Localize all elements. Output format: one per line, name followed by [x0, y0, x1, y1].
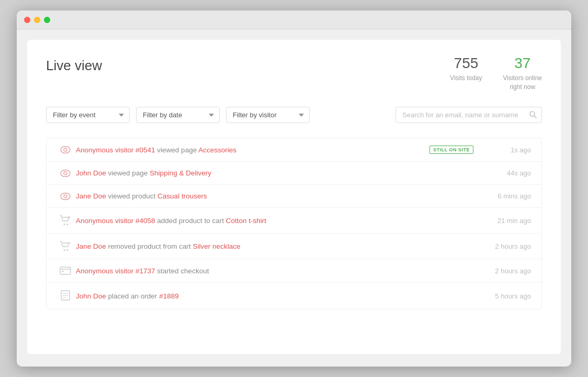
activity-text: Anonymous visitor #4058 added product to…	[76, 217, 484, 225]
table-row: Anonymous visitor #1737 started checkout…	[47, 259, 541, 283]
filter-event-select[interactable]: Filter by event	[46, 107, 130, 123]
table-row: John Doe placed an order #1889 5 hours a…	[47, 283, 541, 309]
activity-time: 5 hours ago	[484, 292, 531, 300]
table-row: Anonymous visitor #0541 viewed page Acce…	[47, 138, 541, 162]
cart-add-icon	[57, 215, 74, 226]
still-on-site-badge: STILL ON SITE	[429, 146, 473, 154]
eye-icon	[57, 193, 74, 200]
visitors-online-stat: 37 Visitors onlineright now	[503, 56, 542, 91]
stats-section: 755 Visits today 37 Visitors onlineright…	[450, 56, 542, 91]
search-icon	[529, 111, 537, 118]
svg-point-8	[64, 224, 65, 225]
visits-today-label: Visits today	[450, 74, 482, 83]
credit-card-icon	[57, 267, 74, 275]
svg-point-5	[64, 172, 67, 175]
page-header: Live view 755 Visits today 37 Visitors o…	[46, 56, 542, 91]
eye-icon	[57, 170, 74, 177]
activity-time: 6 mins ago	[484, 192, 531, 200]
svg-point-2	[61, 147, 70, 153]
svg-rect-17	[62, 271, 64, 272]
svg-point-9	[67, 224, 69, 225]
activity-time: 2 hours ago	[484, 242, 531, 250]
activity-time: 44s ago	[484, 169, 531, 177]
titlebar	[17, 10, 571, 29]
svg-point-7	[64, 195, 67, 198]
filter-visitor-select[interactable]: Filter by visitor	[226, 107, 310, 123]
visits-today-number: 755	[450, 56, 482, 72]
visits-today-stat: 755 Visits today	[450, 56, 482, 83]
table-row: John Doe viewed page Shipping & Delivery…	[47, 162, 541, 185]
visitors-online-label: Visitors onlineright now	[503, 74, 542, 92]
maximize-button[interactable]	[44, 17, 50, 23]
svg-point-6	[61, 193, 70, 199]
table-row: Anonymous visitor #4058 added product to…	[47, 208, 541, 234]
activity-text: John Doe placed an order #1889	[76, 292, 484, 300]
activity-list: Anonymous visitor #0541 viewed page Acce…	[46, 138, 542, 309]
table-row: Jane Doe viewed product Casual trousers …	[47, 185, 541, 208]
main-content: Live view 755 Visits today 37 Visitors o…	[27, 40, 561, 354]
traffic-lights	[24, 17, 50, 23]
search-input[interactable]	[395, 107, 542, 123]
svg-point-3	[64, 148, 67, 151]
activity-text: John Doe viewed page Shipping & Delivery	[76, 169, 484, 177]
svg-point-13	[67, 249, 69, 251]
activity-time: 2 hours ago	[484, 267, 531, 275]
svg-line-1	[534, 116, 536, 118]
page-title: Live view	[46, 58, 102, 74]
filter-date-select[interactable]: Filter by date	[136, 107, 220, 123]
svg-point-4	[61, 170, 70, 176]
svg-point-12	[64, 249, 65, 251]
activity-time: 1s ago	[484, 146, 531, 154]
cart-remove-icon	[57, 241, 74, 251]
visitors-online-number: 37	[503, 56, 542, 72]
activity-text: Jane Doe removed product from cart Silve…	[76, 242, 484, 250]
filters-row: Filter by event Filter by date Filter by…	[46, 107, 542, 123]
receipt-icon	[57, 290, 74, 302]
minimize-button[interactable]	[34, 17, 40, 23]
browser-window: Live view 755 Visits today 37 Visitors o…	[17, 10, 571, 367]
table-row: Jane Doe removed product from cart Silve…	[47, 234, 541, 259]
activity-text: Anonymous visitor #0541 viewed page Acce…	[76, 146, 429, 154]
eye-icon	[57, 146, 74, 153]
activity-time: 21 min ago	[484, 217, 531, 225]
activity-text: Anonymous visitor #1737 started checkout	[76, 267, 484, 275]
svg-rect-15	[60, 267, 71, 274]
search-wrapper	[395, 107, 542, 123]
activity-text: Jane Doe viewed product Casual trousers	[76, 192, 484, 200]
close-button[interactable]	[24, 17, 30, 23]
search-button[interactable]	[529, 111, 537, 119]
